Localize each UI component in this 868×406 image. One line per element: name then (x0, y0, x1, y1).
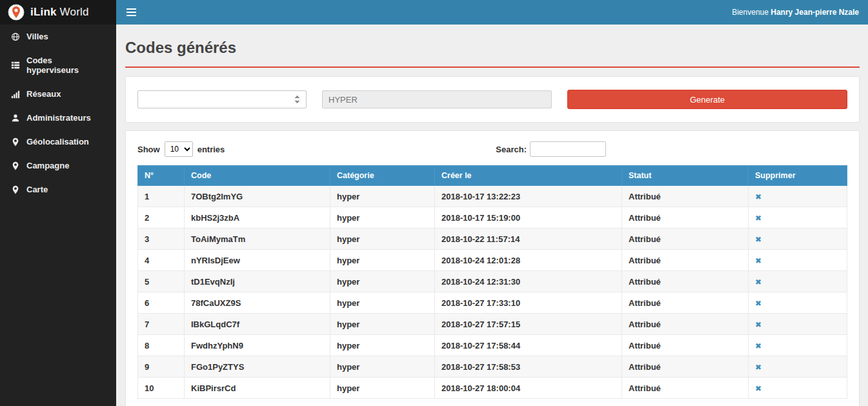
brand-bold: iLink (30, 6, 57, 18)
navbar: Bienvenue Hanry Jean-pierre Nzale (116, 0, 868, 25)
row-status: Attribué (622, 271, 749, 292)
row-code: kbHS2j3zbA (185, 207, 330, 228)
row-code: FGo1PyZTYS (185, 356, 330, 378)
row-code: KiBPirsrCd (185, 378, 330, 399)
table-row: 9 FGo1PyZTYS hyper 2018-10-27 17:58:53 A… (138, 356, 847, 378)
user-name: Hanry Jean-pierre Nzale (771, 8, 859, 17)
delete-icon[interactable]: ✖ (755, 256, 762, 265)
column-header-created[interactable]: Créer le (435, 166, 622, 186)
sidebar-item-label: Carte (26, 185, 48, 194)
sidebar-item-villes[interactable]: Villes (0, 25, 116, 48)
search-input[interactable] (530, 141, 606, 157)
delete-icon[interactable]: ✖ (755, 299, 762, 308)
row-number: 3 (138, 228, 185, 250)
sidebar-item-label: Réseaux (26, 89, 61, 99)
signal-icon (10, 89, 20, 99)
generate-form-panel: Generate (125, 76, 860, 123)
delete-icon[interactable]: ✖ (755, 214, 762, 223)
row-number: 5 (138, 271, 185, 292)
delete-icon[interactable]: ✖ (755, 363, 762, 372)
delete-icon[interactable]: ✖ (755, 384, 762, 393)
delete-icon[interactable]: ✖ (755, 235, 762, 244)
sidebar-item-label: Géolocalisation (26, 137, 89, 147)
sidebar-item-codes-hyperviseurs[interactable]: Codes hyperviseurs (0, 48, 116, 82)
hamburger-menu-icon[interactable] (125, 6, 137, 19)
row-number: 4 (138, 250, 185, 271)
generate-form-row: Generate (137, 90, 847, 109)
row-status: Attribué (622, 314, 749, 335)
page-size-select[interactable]: 10 (165, 141, 193, 157)
row-status: Attribué (622, 356, 749, 378)
row-created: 2018-10-27 17:58:44 (435, 335, 622, 356)
sidebar-item-geolocalisation[interactable]: Géolocalisation (0, 130, 116, 154)
brand-light: World (60, 6, 89, 18)
sidebar: Villes Codes hyperviseurs Réseaux Admini… (0, 25, 116, 406)
row-status: Attribué (622, 292, 749, 314)
row-delete-cell: ✖ (749, 207, 847, 228)
table-row: 6 78fCaUXZ9S hyper 2018-10-27 17:33:10 A… (138, 292, 847, 314)
row-code: 78fCaUXZ9S (185, 292, 330, 314)
sidebar-item-label: Campagne (26, 161, 69, 170)
table-row: 1 7OBtg2lmYG hyper 2018-10-17 13:22:23 A… (138, 186, 847, 207)
row-status: Attribué (622, 207, 749, 228)
delete-icon[interactable]: ✖ (755, 341, 762, 350)
row-number: 9 (138, 356, 185, 378)
row-created: 2018-10-22 11:57:14 (435, 228, 622, 250)
table-row: 3 ToAiMymaTm hyper 2018-10-22 11:57:14 A… (138, 228, 847, 250)
row-delete-cell: ✖ (749, 356, 847, 378)
row-category: hyper (330, 271, 435, 292)
row-number: 1 (138, 186, 185, 207)
row-delete-cell: ✖ (749, 378, 847, 399)
show-label: Show (137, 145, 160, 154)
page-title: Codes générés (125, 39, 860, 57)
sidebar-item-campagne[interactable]: Campagne (0, 154, 116, 178)
row-category: hyper (330, 250, 435, 271)
row-number: 7 (138, 314, 185, 335)
column-header-code[interactable]: Code (185, 166, 330, 186)
app-logo-icon (8, 4, 25, 21)
main-content: Codes générés Generate Show 10 entries S… (116, 0, 868, 406)
column-header-category[interactable]: Catégorie (330, 166, 435, 186)
row-status: Attribué (622, 378, 749, 399)
row-code: ToAiMymaTm (185, 228, 330, 250)
user-icon (10, 113, 20, 123)
row-code: FwdhzYphN9 (185, 335, 330, 356)
map-marker-icon (10, 137, 20, 147)
sidebar-item-label: Administrateurs (26, 113, 91, 123)
delete-icon[interactable]: ✖ (755, 192, 762, 201)
row-code: 7OBtg2lmYG (185, 186, 330, 207)
delete-icon[interactable]: ✖ (755, 278, 762, 287)
row-delete-cell: ✖ (749, 314, 847, 335)
row-delete-cell: ✖ (749, 228, 847, 250)
globe-icon (10, 32, 20, 41)
map-marker-icon (10, 185, 20, 194)
delete-icon[interactable]: ✖ (755, 320, 762, 329)
app-title: iLink World (30, 6, 89, 19)
column-header-delete[interactable]: Supprimer (749, 166, 847, 186)
row-category: hyper (330, 314, 435, 335)
row-delete-cell: ✖ (749, 335, 847, 356)
sidebar-item-label: Villes (26, 32, 48, 41)
row-code: tD1EvqNzIj (185, 271, 330, 292)
column-header-number[interactable]: N° (138, 166, 185, 186)
search-group: Search: (496, 141, 606, 157)
sidebar-item-reseaux[interactable]: Réseaux (0, 82, 116, 106)
column-header-status[interactable]: Statut (622, 166, 749, 186)
table-controls: Show 10 entries Search: (137, 141, 847, 157)
row-delete-cell: ✖ (749, 292, 847, 314)
row-category: hyper (330, 378, 435, 399)
row-status: Attribué (622, 335, 749, 356)
map-marker-icon (10, 161, 20, 170)
generate-button[interactable]: Generate (567, 90, 847, 109)
table-row: 7 IBkGLqdC7f hyper 2018-10-27 17:57:15 A… (138, 314, 847, 335)
row-code: IBkGLqdC7f (185, 314, 330, 335)
sidebar-item-administrateurs[interactable]: Administrateurs (0, 106, 116, 130)
sidebar-item-carte[interactable]: Carte (0, 178, 116, 201)
brand-logo-box[interactable]: iLink World (0, 0, 116, 25)
row-category: hyper (330, 292, 435, 314)
row-category: hyper (330, 207, 435, 228)
row-created: 2018-10-24 12:01:28 (435, 250, 622, 271)
codes-count-input[interactable] (137, 90, 307, 108)
row-number: 10 (138, 378, 185, 399)
title-divider (125, 66, 860, 68)
